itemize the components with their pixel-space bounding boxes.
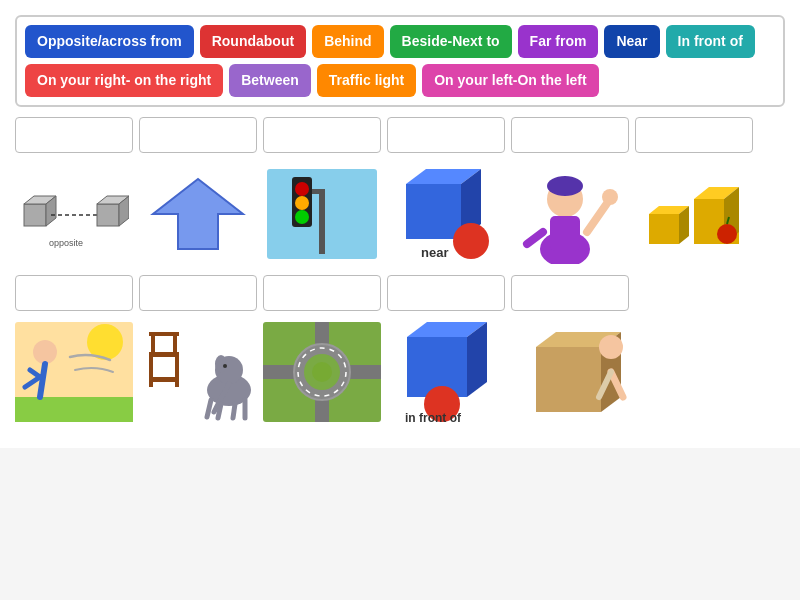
drop-zone-1-2[interactable] xyxy=(139,117,257,153)
drop-zone-1-1[interactable] xyxy=(15,117,133,153)
drop-zone-2-4[interactable] xyxy=(387,275,505,311)
btn-between[interactable]: Between xyxy=(229,64,311,97)
svg-rect-45 xyxy=(149,352,153,387)
image-cell-behind-box xyxy=(511,317,629,427)
svg-rect-0 xyxy=(24,204,46,226)
svg-marker-8 xyxy=(153,179,243,249)
drop-zone-2-2[interactable] xyxy=(139,275,257,311)
svg-rect-49 xyxy=(149,332,179,336)
drop-zone-2-1[interactable] xyxy=(15,275,133,311)
svg-line-25 xyxy=(527,232,543,244)
drop-row-2 xyxy=(15,275,785,311)
drop-zone-2-5[interactable] xyxy=(511,275,629,311)
btn-beside[interactable]: Beside-Next to xyxy=(390,25,512,58)
svg-point-52 xyxy=(215,355,227,373)
image-cell-near: near xyxy=(387,159,505,269)
image-cell-opposite: opposite xyxy=(15,159,133,269)
svg-rect-26 xyxy=(550,216,580,251)
svg-text:near: near xyxy=(421,245,448,259)
btn-on-your-right[interactable]: On your right- on the right xyxy=(25,64,223,97)
drop-zone-1-3[interactable] xyxy=(263,117,381,153)
svg-point-39 xyxy=(33,340,57,364)
svg-point-13 xyxy=(295,182,309,196)
svg-point-14 xyxy=(295,196,309,210)
btn-in-front-of[interactable]: In front of xyxy=(666,25,755,58)
left-arrow-icon xyxy=(143,169,253,259)
image-row-2: in front of xyxy=(15,317,785,427)
boxes-icon xyxy=(639,169,749,259)
svg-point-34 xyxy=(717,224,737,244)
image-cell-traffic-light xyxy=(263,159,381,269)
chair-elephant-icon xyxy=(139,322,257,422)
image-cell-in-front-of: in front of xyxy=(387,317,505,427)
drop-zone-1-5[interactable] xyxy=(511,117,629,153)
roundabout-aerial-icon xyxy=(263,322,381,422)
drop-zone-2-3[interactable] xyxy=(263,275,381,311)
image-cell-person-wave xyxy=(511,159,629,269)
svg-point-23 xyxy=(547,176,583,196)
svg-point-63 xyxy=(312,362,332,382)
svg-line-55 xyxy=(218,404,221,418)
person-wave-icon xyxy=(515,164,625,264)
svg-point-27 xyxy=(602,189,618,205)
btn-far-from[interactable]: Far from xyxy=(518,25,599,58)
svg-rect-46 xyxy=(175,352,179,387)
drop-row-1 xyxy=(15,117,785,153)
svg-point-73 xyxy=(599,335,623,359)
drop-zone-1-4[interactable] xyxy=(387,117,505,153)
svg-rect-31 xyxy=(649,214,679,244)
image-cell-left-arrow xyxy=(139,159,257,269)
image-cell-wind xyxy=(15,317,133,427)
svg-rect-4 xyxy=(97,204,119,226)
behind-box-icon xyxy=(511,317,629,427)
svg-rect-16 xyxy=(406,184,461,239)
svg-line-56 xyxy=(233,404,235,418)
svg-rect-44 xyxy=(149,377,179,382)
drop-zone-1-6[interactable] xyxy=(635,117,753,153)
btn-behind[interactable]: Behind xyxy=(312,25,383,58)
svg-rect-38 xyxy=(15,397,133,422)
opposite-icon: opposite xyxy=(19,174,129,254)
svg-rect-10 xyxy=(319,189,325,254)
svg-point-15 xyxy=(295,210,309,224)
svg-point-53 xyxy=(223,364,227,368)
svg-point-19 xyxy=(453,223,489,259)
image-cell-boxes xyxy=(635,159,753,269)
svg-line-54 xyxy=(207,400,211,417)
word-buttons-container: Opposite/across from Roundabout Behind B… xyxy=(15,15,785,107)
image-cell-chair-elephant xyxy=(139,317,257,427)
svg-text:opposite: opposite xyxy=(49,238,83,248)
svg-rect-70 xyxy=(536,347,601,412)
btn-opposite[interactable]: Opposite/across from xyxy=(25,25,194,58)
near-icon: near xyxy=(391,169,501,259)
image-cell-roundabout xyxy=(263,317,381,427)
in-front-of-icon: in front of xyxy=(387,322,505,422)
image-row-1: opposite xyxy=(15,159,785,269)
traffic-light-icon xyxy=(267,169,377,259)
btn-on-your-left[interactable]: On your left-On the left xyxy=(422,64,598,97)
svg-text:in front of: in front of xyxy=(405,411,462,422)
btn-roundabout[interactable]: Roundabout xyxy=(200,25,306,58)
wind-person-icon xyxy=(15,322,133,422)
btn-near[interactable]: Near xyxy=(604,25,659,58)
btn-traffic-light[interactable]: Traffic light xyxy=(317,64,416,97)
